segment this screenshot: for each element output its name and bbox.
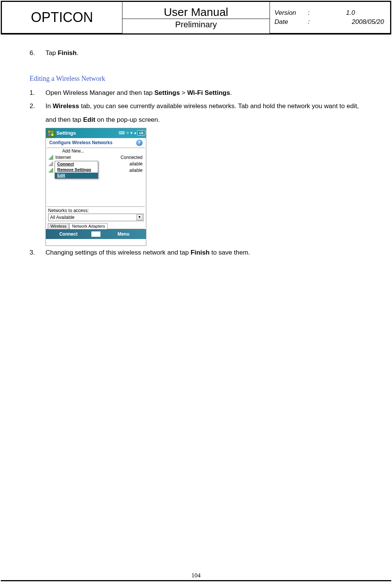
step-2: 2. In Wireless tab, you can see currentl…: [30, 99, 362, 245]
signal-strength-secured-icon: [49, 168, 54, 173]
window-title: Settings: [56, 131, 117, 135]
network-status: Connected: [121, 155, 143, 160]
document-body: 6. Tap Finish. Editing a Wireless Networ…: [0, 35, 392, 260]
step-number: 2.: [30, 99, 37, 245]
network-status: ailable: [129, 162, 143, 166]
section-heading: Editing a Wireless Network: [30, 72, 362, 85]
version-value: 1.0: [315, 9, 386, 17]
step-6: 6. Tap Finish.: [30, 47, 362, 59]
embedded-screenshot: Settings ⌨ ✧ ▾ ◂ ok Configure Wireless N…: [45, 128, 146, 246]
menu-item-connect[interactable]: Connect: [55, 161, 98, 167]
svg-rect-3: [51, 134, 53, 136]
step-text: Tap Finish.: [45, 47, 78, 59]
softkey-bar: Connect Menu: [46, 229, 146, 239]
doc-title: User Manual: [122, 5, 270, 19]
network-row[interactable]: Internet Connected: [47, 154, 145, 161]
step-number: 3.: [30, 246, 37, 260]
svg-rect-1: [51, 131, 53, 133]
step-text: Changing settings of this wireless netwo…: [45, 246, 362, 260]
step-1: 1. Open Wireless Manager and then tap Se…: [30, 86, 362, 100]
help-icon[interactable]: ?: [136, 140, 143, 146]
chevron-down-icon[interactable]: ▼: [136, 214, 143, 220]
titlebar-status-icons: ⌨ ✧ ▾ ◂ ok: [119, 131, 145, 135]
meta-separator: :: [308, 9, 315, 17]
step-3: 3. Changing settings of this wireless ne…: [30, 246, 362, 260]
signal-strength-icon: [49, 155, 54, 160]
header-table: OPTICON User Manual Preliminary Version …: [2, 2, 390, 33]
step-number: 1.: [30, 86, 37, 100]
add-new-item[interactable]: Add New...: [47, 148, 145, 154]
network-status: ailable: [129, 168, 143, 173]
signal-strength-icon: [49, 162, 54, 166]
date-label: Date: [274, 18, 308, 26]
doc-subtitle: Preliminary: [122, 19, 270, 30]
step-text: Open Wireless Manager and then tap Setti…: [45, 86, 362, 100]
step-number: 6.: [30, 47, 37, 59]
start-icon[interactable]: [47, 129, 55, 137]
menu-item-remove-settings[interactable]: Remove Settings: [55, 167, 98, 173]
ok-button[interactable]: ok: [137, 131, 145, 135]
tab-network-adapters[interactable]: Network Adapters: [69, 223, 108, 229]
footer-rule: [1, 580, 391, 581]
date-row: Date : 2008/05/20: [270, 17, 390, 27]
keyboard-indicator-icon[interactable]: ⌨: [119, 131, 125, 135]
softkey-connect[interactable]: Connect: [46, 232, 91, 236]
signal-icon[interactable]: ▾: [130, 131, 133, 135]
page-number: 104: [0, 572, 392, 579]
connectivity-icon[interactable]: ✧: [126, 131, 129, 135]
network-name: Internet: [55, 155, 121, 160]
network-list: Add New... Internet Connected ailable: [47, 148, 145, 207]
meta-separator: :: [308, 18, 315, 26]
networks-access-label: Networks to access:: [46, 207, 146, 213]
version-label: Version: [274, 9, 308, 17]
menu-item-edit[interactable]: Edit: [55, 173, 98, 178]
window-titlebar: Settings ⌨ ✧ ▾ ◂ ok: [46, 128, 146, 138]
volume-icon[interactable]: ◂: [134, 131, 136, 135]
sip-keyboard-icon[interactable]: [91, 231, 101, 237]
svg-rect-0: [48, 131, 50, 133]
panel-title: Configure Wireless Networks: [49, 140, 113, 145]
dropdown-value: All Available: [50, 215, 75, 220]
networks-access-dropdown[interactable]: All Available ▼: [48, 214, 144, 221]
company-name: OPTICON: [2, 2, 122, 33]
date-value: 2008/05/20: [315, 18, 386, 26]
softkey-menu[interactable]: Menu: [101, 232, 146, 236]
tab-bar: Wireless Network Adapters: [47, 223, 145, 229]
context-menu: Connect Remove Settings Edit: [55, 161, 98, 179]
step-text: In Wireless tab, you can see currently a…: [45, 99, 362, 245]
panel-header: Configure Wireless Networks ?: [47, 138, 145, 148]
tab-wireless[interactable]: Wireless: [48, 223, 69, 229]
svg-rect-2: [48, 134, 50, 136]
version-row: Version : 1.0: [270, 8, 390, 17]
